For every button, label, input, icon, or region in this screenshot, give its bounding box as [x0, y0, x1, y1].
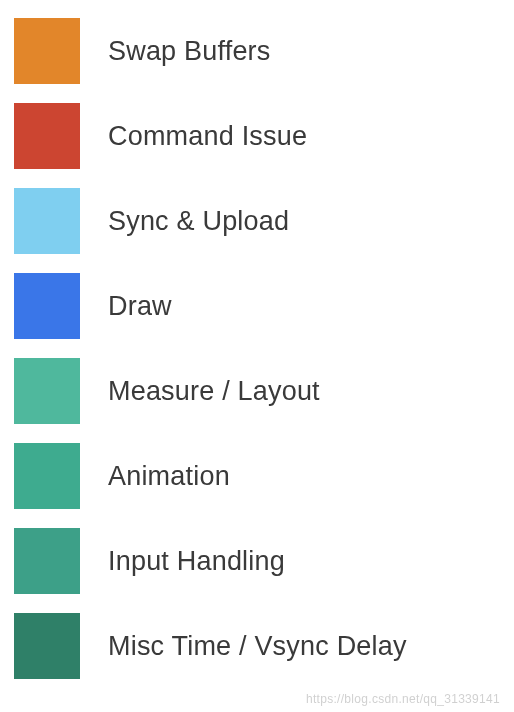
color-swatch — [14, 103, 80, 169]
legend-label: Measure / Layout — [108, 376, 320, 407]
legend-list: Swap Buffers Command Issue Sync & Upload… — [14, 18, 500, 679]
color-swatch — [14, 613, 80, 679]
legend-item: Input Handling — [14, 528, 500, 594]
legend-label: Draw — [108, 291, 172, 322]
legend-label: Input Handling — [108, 546, 285, 577]
legend-item: Animation — [14, 443, 500, 509]
legend-label: Animation — [108, 461, 230, 492]
legend-label: Swap Buffers — [108, 36, 271, 67]
legend-item: Measure / Layout — [14, 358, 500, 424]
legend-label: Sync & Upload — [108, 206, 289, 237]
color-swatch — [14, 18, 80, 84]
watermark-text: https://blog.csdn.net/qq_31339141 — [306, 692, 500, 706]
legend-label: Command Issue — [108, 121, 307, 152]
color-swatch — [14, 188, 80, 254]
color-swatch — [14, 273, 80, 339]
legend-item: Swap Buffers — [14, 18, 500, 84]
color-swatch — [14, 443, 80, 509]
legend-item: Draw — [14, 273, 500, 339]
legend-item: Command Issue — [14, 103, 500, 169]
legend-item: Misc Time / Vsync Delay — [14, 613, 500, 679]
color-swatch — [14, 528, 80, 594]
color-swatch — [14, 358, 80, 424]
legend-item: Sync & Upload — [14, 188, 500, 254]
legend-label: Misc Time / Vsync Delay — [108, 631, 407, 662]
